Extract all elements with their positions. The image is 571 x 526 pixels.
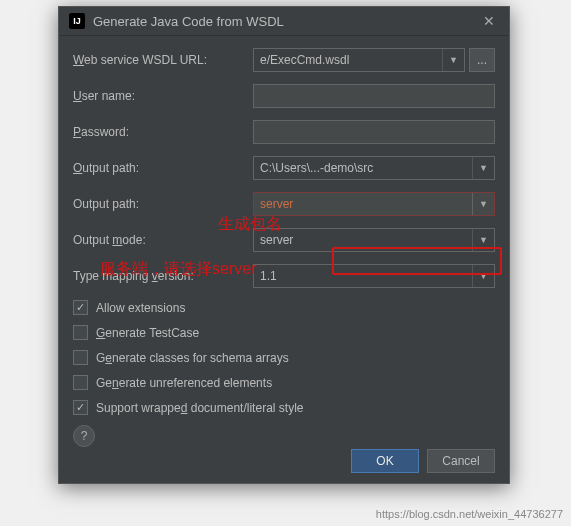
form-body: Web service WSDL URL: e/ExecCmd.wsdl ▼ .… xyxy=(59,36,509,455)
checkbox-icon xyxy=(73,350,88,365)
watermark: https://blog.csdn.net/weixin_44736277 xyxy=(376,508,563,520)
output-path-value: C:\Users\...-demo\src xyxy=(260,161,373,175)
generate-schema-row[interactable]: Generate classes for schema arrays xyxy=(73,350,495,365)
type-mapping-dropdown[interactable]: 1.1 ▼ xyxy=(253,264,495,288)
user-name-label: User name: xyxy=(73,89,253,103)
ok-button[interactable]: OK xyxy=(351,449,419,473)
support-wrapped-label: Support wrapped document/literal style xyxy=(96,401,303,415)
chevron-down-icon: ▼ xyxy=(472,157,488,179)
checkbox-icon: ✓ xyxy=(73,400,88,415)
chevron-down-icon: ▼ xyxy=(472,193,494,215)
wsdl-url-value: e/ExecCmd.wsdl xyxy=(260,53,349,67)
cancel-button[interactable]: Cancel xyxy=(427,449,495,473)
generate-testcase-label: Generate TestCase xyxy=(96,326,199,340)
type-mapping-value: 1.1 xyxy=(260,269,277,283)
checkbox-icon: ✓ xyxy=(73,300,88,315)
chevron-down-icon: ▼ xyxy=(472,265,488,287)
generate-schema-label: Generate classes for schema arrays xyxy=(96,351,289,365)
wsdl-url-dropdown[interactable]: e/ExecCmd.wsdl ▼ xyxy=(253,48,465,72)
output-mode-label: Output mode: xyxy=(73,233,253,247)
output-package-label: Output path: xyxy=(73,197,253,211)
generate-testcase-row[interactable]: Generate TestCase xyxy=(73,325,495,340)
allow-extensions-label: Allow extensions xyxy=(96,301,185,315)
dialog-title: Generate Java Code from WSDL xyxy=(93,14,284,29)
dialog-window: IJ Generate Java Code from WSDL ✕ Web se… xyxy=(58,6,510,484)
chevron-down-icon: ▼ xyxy=(472,229,488,251)
app-icon: IJ xyxy=(69,13,85,29)
allow-extensions-row[interactable]: ✓ Allow extensions xyxy=(73,300,495,315)
output-package-input[interactable]: ▼ xyxy=(253,192,495,216)
password-label: Password: xyxy=(73,125,253,139)
close-icon[interactable]: ✕ xyxy=(479,13,499,29)
browse-wsdl-button[interactable]: ... xyxy=(469,48,495,72)
output-mode-value: server xyxy=(260,233,293,247)
output-path-label: Output path: xyxy=(73,161,253,175)
user-name-input[interactable] xyxy=(253,84,495,108)
checkbox-icon xyxy=(73,375,88,390)
dialog-footer: OK Cancel xyxy=(351,449,495,473)
type-mapping-label: Type mapping version: xyxy=(73,269,253,283)
checkbox-icon xyxy=(73,325,88,340)
chevron-down-icon: ▼ xyxy=(442,49,458,71)
password-input[interactable] xyxy=(253,120,495,144)
output-mode-dropdown[interactable]: server ▼ xyxy=(253,228,495,252)
generate-unref-row[interactable]: Generate unreferenced elements xyxy=(73,375,495,390)
wsdl-url-label: Web service WSDL URL: xyxy=(73,53,253,67)
support-wrapped-row[interactable]: ✓ Support wrapped document/literal style xyxy=(73,400,495,415)
output-package-field[interactable] xyxy=(254,193,472,215)
help-button[interactable]: ? xyxy=(73,425,95,447)
output-path-dropdown[interactable]: C:\Users\...-demo\src ▼ xyxy=(253,156,495,180)
generate-unref-label: Generate unreferenced elements xyxy=(96,376,272,390)
titlebar: IJ Generate Java Code from WSDL ✕ xyxy=(59,7,509,36)
